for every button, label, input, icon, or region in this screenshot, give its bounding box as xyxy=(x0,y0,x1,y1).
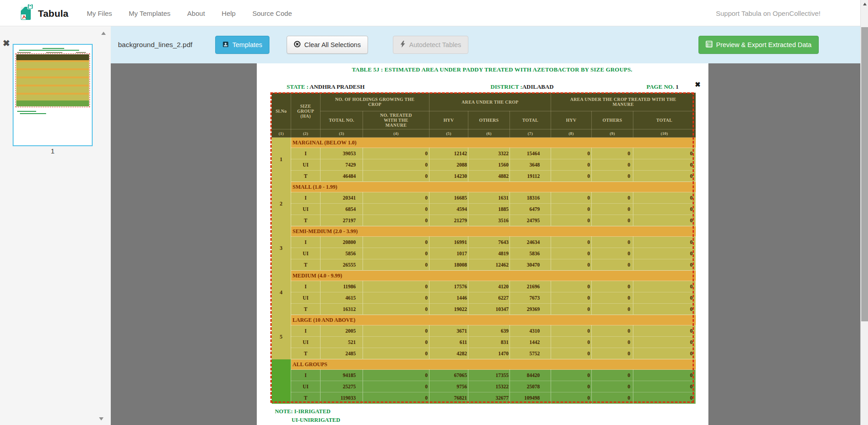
thumb-title-line xyxy=(19,50,79,51)
autodetect-tables-label: Autodetect Tables xyxy=(409,41,461,48)
page-no-label: PAGE NO. xyxy=(646,83,674,90)
thumb-note-line xyxy=(20,113,46,114)
filename-label: background_lines_2.pdf xyxy=(118,26,193,63)
clear-all-selections-label: Clear All Selections xyxy=(304,41,361,48)
remove-page-icon[interactable]: ✖ xyxy=(3,39,10,48)
brand[interactable]: Tabula xyxy=(20,4,68,24)
nav-item-about[interactable]: About xyxy=(187,10,205,17)
selection-delete-button[interactable]: ✖ xyxy=(695,81,701,89)
toolbar: background_lines_2.pdf Templates Clear A… xyxy=(111,26,860,63)
nav-item-my-templates[interactable]: My Templates xyxy=(129,10,170,17)
note-line-2: UI-UNIRRIGATED xyxy=(292,417,340,424)
nav-item-my-files[interactable]: My Files xyxy=(87,10,112,17)
selection-box[interactable] xyxy=(270,92,694,403)
thumb-meta-line xyxy=(46,52,62,53)
scrollbar-thumb[interactable] xyxy=(861,27,868,321)
state-value: ANDHRA PRADESH xyxy=(310,83,365,90)
state-field: STATE : ANDHRA PRADESH xyxy=(287,83,365,91)
thumbnail-selection-box xyxy=(15,53,90,107)
nav-item-source-code[interactable]: Source Code xyxy=(252,10,292,17)
thumb-title-line xyxy=(42,48,64,49)
page-no-value: 1 xyxy=(675,83,679,90)
preview-export-button[interactable]: Preview & Export Extracted Data xyxy=(698,36,819,54)
thumb-note-line xyxy=(17,111,36,112)
thumb-meta-line xyxy=(17,52,31,53)
autodetect-tables-button[interactable]: Autodetect Tables xyxy=(393,36,468,54)
clear-all-selections-button[interactable]: Clear All Selections xyxy=(287,36,368,54)
thumb-table-header xyxy=(16,54,89,60)
document-area: TABLE 5J : ESTIMATED AREA UNDER PADDY TR… xyxy=(111,63,860,425)
preview-export-label: Preview & Export Extracted Data xyxy=(716,41,811,48)
district-field: DISTRICT :ADILABAD xyxy=(491,83,554,91)
state-label: STATE : xyxy=(287,83,308,90)
sidebar-scroll-up-icon[interactable] xyxy=(101,32,106,35)
district-label: DISTRICT : xyxy=(491,83,522,90)
page-no-field: PAGE NO. 1 xyxy=(646,83,679,91)
district-value: ADILABAD xyxy=(522,83,553,90)
brand-title: Tabula xyxy=(38,8,68,19)
navbar: Tabula My Files My Templates About Help … xyxy=(0,0,860,26)
sidebar: ✖ 1 xyxy=(0,26,111,425)
thumb-table-body xyxy=(16,60,89,101)
circle-x-icon xyxy=(294,41,301,49)
sidebar-scroll-down-icon[interactable] xyxy=(99,417,104,420)
tabula-logo-icon xyxy=(20,4,33,24)
table-list-icon xyxy=(706,41,712,49)
window-scrollbar[interactable] xyxy=(860,0,868,425)
pdf-page[interactable]: TABLE 5J : ESTIMATED AREA UNDER PADDY TR… xyxy=(257,63,708,425)
templates-label: Templates xyxy=(232,41,262,48)
nav-links: My Files My Templates About Help Source … xyxy=(87,0,292,26)
nav-item-help[interactable]: Help xyxy=(222,10,236,17)
support-link[interactable]: Support Tabula on OpenCollective! xyxy=(716,0,821,26)
thumb-table-footer xyxy=(16,100,89,106)
scrollbar-up-icon[interactable] xyxy=(861,0,868,8)
page-thumbnail[interactable] xyxy=(13,44,93,146)
page-number-label: 1 xyxy=(13,147,93,155)
pdf-table-title: TABLE 5J : ESTIMATED AREA UNDER PADDY TR… xyxy=(257,66,708,73)
note-line-1: NOTE: I-IRRIGATED xyxy=(275,408,330,415)
thumb-meta-line xyxy=(76,52,86,53)
lightning-icon xyxy=(400,41,406,49)
templates-button[interactable]: Templates xyxy=(215,36,269,54)
templates-icon xyxy=(222,41,229,49)
